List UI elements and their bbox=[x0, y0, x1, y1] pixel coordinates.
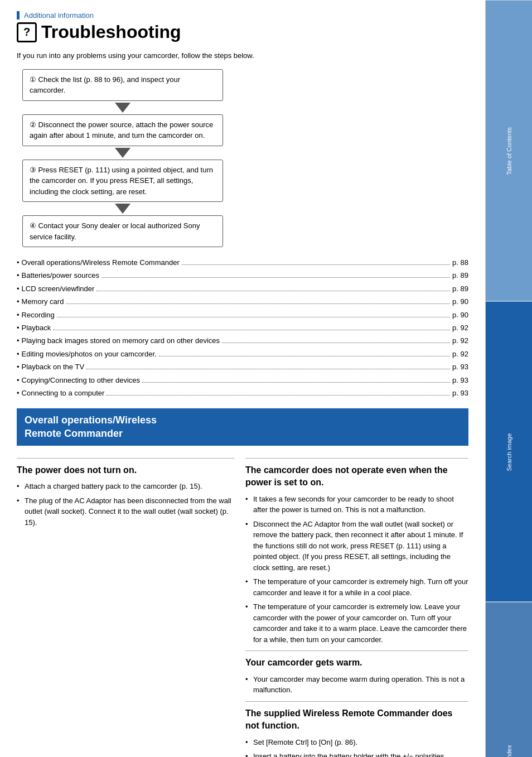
right-sidebar: Table of Contents Search image Index bbox=[485, 0, 532, 757]
toc-page: p. 93 bbox=[452, 360, 468, 373]
divider-4 bbox=[245, 701, 468, 702]
sidebar-tab-toc-label: Table of Contents bbox=[506, 127, 512, 175]
subsection-title-not-operate: The camcorder does not operate even when… bbox=[245, 464, 468, 489]
toc-dots bbox=[159, 356, 450, 356]
toc-page: p. 92 bbox=[452, 321, 468, 334]
toc-dots bbox=[182, 264, 450, 265]
bullet-item: Set [Remote Ctrl] to [On] (p. 86). bbox=[245, 737, 468, 748]
toc-item: Copying/Connecting to other devices p. 9… bbox=[17, 374, 468, 387]
subsection-title-warm: Your camcorder gets warm. bbox=[245, 657, 468, 669]
bullet-list-wireless: Set [Remote Ctrl] to [On] (p. 86). Inser… bbox=[245, 737, 468, 757]
step-num-3: ③ bbox=[30, 166, 36, 174]
sidebar-tab-index-label: Index bbox=[506, 745, 512, 757]
toc-item: LCD screen/viewfinder p. 89 bbox=[17, 282, 468, 295]
steps-container: ① Check the list (p. 88 to 96), and insp… bbox=[17, 69, 229, 248]
left-column: The power does not turn on. Attach a cha… bbox=[17, 452, 234, 757]
bullet-item: The plug of the AC Adaptor has been disc… bbox=[17, 495, 234, 528]
toc-dots bbox=[57, 317, 450, 317]
sidebar-tab-search[interactable]: Search image bbox=[486, 301, 532, 602]
sidebar-tab-index[interactable]: Index bbox=[486, 602, 532, 757]
toc-label: Memory card bbox=[22, 295, 64, 308]
toc-page: p. 92 bbox=[452, 348, 468, 360]
toc-label: Playback on the TV bbox=[22, 360, 85, 373]
toc-dots bbox=[53, 330, 450, 330]
step-box-2: ② Disconnect the power source, attach th… bbox=[22, 114, 223, 146]
bullet-item: Your camcorder may become warm during op… bbox=[245, 674, 468, 696]
two-col-layout: The power does not turn on. Attach a cha… bbox=[17, 452, 468, 757]
toc-item: Overall operations/Wireless Remote Comma… bbox=[17, 256, 468, 269]
arrow-1 bbox=[115, 103, 130, 113]
toc-item: Memory card p. 90 bbox=[17, 295, 468, 308]
toc-label: Playing back images stored on memory car… bbox=[22, 334, 220, 347]
intro-text: If you run into any problems using your … bbox=[17, 50, 468, 61]
toc-label: Connecting to a computer bbox=[22, 387, 105, 399]
toc-page: p. 93 bbox=[452, 387, 468, 399]
divider-1 bbox=[17, 458, 234, 459]
bullet-item: The temperature of your camcorder is ext… bbox=[245, 576, 468, 598]
toc-dots bbox=[96, 291, 450, 291]
divider-3 bbox=[245, 650, 468, 651]
toc-label: LCD screen/viewfinder bbox=[22, 282, 95, 295]
bullet-item: Insert a battery into the battery holder… bbox=[245, 751, 468, 757]
step-num-1: ① bbox=[30, 75, 36, 84]
main-content: Additional information ? Troubleshooting… bbox=[0, 0, 485, 757]
step-num-2: ② bbox=[30, 120, 36, 129]
bullet-list-not-operate: It takes a few seconds for your camcorde… bbox=[245, 494, 468, 645]
toc-label: Playback bbox=[22, 321, 51, 334]
step-box-4: ④ Contact your Sony dealer or local auth… bbox=[22, 215, 223, 247]
toc-page: p. 93 bbox=[452, 374, 468, 387]
toc-item: Batteries/power sources p. 89 bbox=[17, 269, 468, 282]
toc-page: p. 88 bbox=[452, 256, 468, 269]
toc-dots bbox=[86, 369, 450, 369]
page-title: ? Troubleshooting bbox=[17, 22, 468, 42]
step-box-1: ① Check the list (p. 88 to 96), and insp… bbox=[22, 69, 223, 101]
step-box-3: ③ Press RESET (p. 111) using a pointed o… bbox=[22, 160, 223, 202]
bullet-list-warm: Your camcorder may become warm during op… bbox=[245, 674, 468, 696]
bullet-item: Attach a charged battery pack to the cam… bbox=[17, 481, 234, 492]
toc-item: Playback on the TV p. 93 bbox=[17, 360, 468, 373]
title-text: Troubleshooting bbox=[41, 22, 181, 42]
toc-list: Overall operations/Wireless Remote Comma… bbox=[17, 256, 468, 399]
title-icon: ? bbox=[17, 22, 37, 42]
toc-label: Copying/Connecting to other devices bbox=[22, 374, 140, 387]
toc-item: Editing movies/photos on your camcorder.… bbox=[17, 348, 468, 360]
right-column: The camcorder does not operate even when… bbox=[245, 452, 468, 757]
bullet-list-power: Attach a charged battery pack to the cam… bbox=[17, 481, 234, 528]
toc-label: Recording bbox=[22, 308, 55, 321]
toc-dots bbox=[107, 395, 450, 396]
toc-dots bbox=[142, 382, 450, 383]
toc-label: Batteries/power sources bbox=[22, 269, 99, 282]
divider-2 bbox=[245, 458, 468, 459]
toc-dots bbox=[101, 277, 450, 278]
bullet-item: The temperature of your camcorder is ext… bbox=[245, 601, 468, 645]
step-num-4: ④ bbox=[30, 221, 36, 230]
toc-item: Playing back images stored on memory car… bbox=[17, 334, 468, 347]
toc-label: Overall operations/Wireless Remote Comma… bbox=[22, 256, 180, 269]
toc-label: Editing movies/photos on your camcorder. bbox=[22, 348, 157, 360]
additional-info-label: Additional information bbox=[17, 11, 468, 20]
toc-page: p. 89 bbox=[452, 269, 468, 282]
toc-page: p. 90 bbox=[452, 295, 468, 308]
toc-dots bbox=[66, 303, 450, 304]
section-header-box: Overall operations/WirelessRemote Comman… bbox=[17, 408, 468, 446]
subsection-title-wireless: The supplied Wireless Remote Commander d… bbox=[245, 707, 468, 732]
toc-page: p. 89 bbox=[452, 282, 468, 295]
toc-item: Playback p. 92 bbox=[17, 321, 468, 334]
sidebar-tab-search-label: Search image bbox=[506, 433, 512, 471]
sidebar-tab-toc[interactable]: Table of Contents bbox=[486, 0, 532, 301]
bullet-item: It takes a few seconds for your camcorde… bbox=[245, 494, 468, 515]
toc-item: Connecting to a computer p. 93 bbox=[17, 387, 468, 399]
toc-page: p. 92 bbox=[452, 334, 468, 347]
subsection-title-power: The power does not turn on. bbox=[17, 464, 234, 476]
arrow-2 bbox=[115, 148, 130, 158]
toc-dots bbox=[222, 343, 450, 343]
toc-page: p. 90 bbox=[452, 308, 468, 321]
toc-item: Recording p. 90 bbox=[17, 308, 468, 321]
bullet-item: Disconnect the AC Adaptor from the wall … bbox=[245, 519, 468, 573]
arrow-3 bbox=[115, 204, 130, 214]
